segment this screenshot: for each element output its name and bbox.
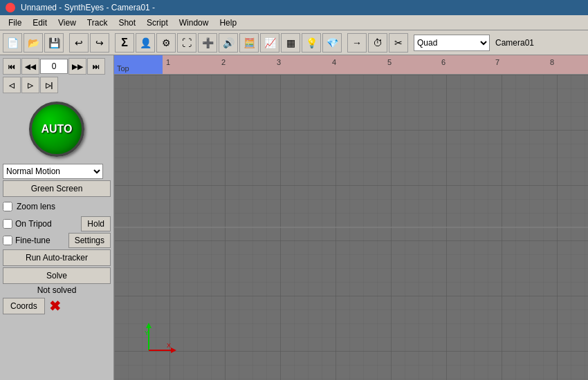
auto-button[interactable]: AUTO xyxy=(29,102,84,157)
settings-button[interactable]: ⚙ xyxy=(156,33,176,53)
content-row: ⏮ ◀◀ ▶▶ ⏭ ◁ ▷ ▷| AUTO Normal Motion Pan/… xyxy=(0,55,588,380)
hold-button[interactable]: Hold xyxy=(81,216,111,231)
speaker-button[interactable]: 🔊 xyxy=(219,33,238,53)
tick-1: 1 xyxy=(166,58,170,66)
camera-label: Camera01 xyxy=(491,38,538,48)
play-button[interactable]: ▷ xyxy=(21,77,39,93)
tick-3: 3 xyxy=(277,58,281,66)
auto-section: AUTO xyxy=(3,99,111,160)
menu-help[interactable]: Help xyxy=(214,17,242,29)
title-text: Unnamed - SynthEyes - Camera01 - xyxy=(21,3,155,12)
menu-script[interactable]: Script xyxy=(141,17,174,29)
solve-button[interactable]: Solve xyxy=(3,267,111,284)
zoom-lens-label: Zoom lens xyxy=(17,202,55,211)
svg-text:Y: Y xyxy=(145,330,149,336)
grid-area[interactable]: Y X xyxy=(114,75,588,380)
delete-icon[interactable]: ✖ xyxy=(49,298,61,314)
menu-file[interactable]: File xyxy=(3,17,27,29)
coords-button[interactable]: Coords xyxy=(3,298,45,314)
new-button[interactable]: 📄 xyxy=(3,33,22,53)
skip-end-button[interactable]: ⏭ xyxy=(87,58,105,75)
timeline-header: Top 1 2 3 4 5 6 7 8 xyxy=(114,55,588,75)
fine-tune-row: Fine-tune Settings xyxy=(3,233,111,248)
axis-svg: Y X xyxy=(135,323,176,364)
prev-key-button[interactable]: ◀◀ xyxy=(21,58,39,75)
menu-bar: File Edit View Track Shot Script Window … xyxy=(0,15,588,30)
right-panel: Top 1 2 3 4 5 6 7 8 xyxy=(114,55,588,380)
step-forward-button[interactable]: ▷| xyxy=(40,77,58,93)
plusbox-button[interactable]: ➕ xyxy=(198,33,217,53)
step-back-button[interactable]: ◁ xyxy=(3,77,21,93)
axis-indicator: Y X xyxy=(135,323,176,366)
layers-button[interactable]: ▦ xyxy=(281,33,300,53)
tick-2: 2 xyxy=(221,58,226,66)
fine-tune-label: Fine-tune xyxy=(15,236,66,245)
sum-button[interactable]: Σ xyxy=(115,33,134,53)
on-tripod-label: On Tripod xyxy=(15,219,78,229)
crop-button[interactable]: ✂ xyxy=(389,33,408,53)
tick-6: 6 xyxy=(441,58,445,66)
fine-tune-checkbox[interactable] xyxy=(3,236,12,245)
grid-svg xyxy=(114,75,588,380)
undo-button[interactable]: ↩ xyxy=(69,33,89,53)
settings-panel-button[interactable]: Settings xyxy=(68,233,111,248)
app: Unnamed - SynthEyes - Camera01 - File Ed… xyxy=(0,0,588,380)
nav-bar: ⏮ ◀◀ ▶▶ ⏭ ◁ ▷ ▷| xyxy=(3,58,111,93)
motion-select[interactable]: Normal Motion Pan/Tilt Zoom only Static xyxy=(3,164,103,179)
svg-marker-5 xyxy=(146,323,151,328)
toolbar: 📄 📂 💾 ↩ ↪ Σ 👤 ⚙ ⛶ ➕ 🔊 🧮 📈 ▦ 💡 💎 → ⏱ ✂ Qu… xyxy=(0,30,588,55)
tick-7: 7 xyxy=(495,58,499,66)
menu-track[interactable]: Track xyxy=(82,17,113,29)
skip-start-button[interactable]: ⏮ xyxy=(3,58,21,75)
zoom-lens-checkbox[interactable] xyxy=(3,202,12,211)
auto-label: AUTO xyxy=(41,123,72,135)
calc-button[interactable]: 🧮 xyxy=(239,33,259,53)
app-icon xyxy=(6,3,15,12)
menu-window[interactable]: Window xyxy=(174,17,214,29)
mesh-button[interactable]: ⛶ xyxy=(177,33,196,53)
redo-button[interactable]: ↪ xyxy=(90,33,109,53)
graph-button[interactable]: 📈 xyxy=(260,33,279,53)
viewport-label: Top xyxy=(117,64,129,73)
tick-8: 8 xyxy=(550,58,554,66)
open-button[interactable]: 📂 xyxy=(24,33,43,53)
person-button[interactable]: 👤 xyxy=(136,33,155,53)
arrow-right-button[interactable]: → xyxy=(347,33,367,53)
svg-marker-7 xyxy=(171,348,176,353)
frame-input[interactable] xyxy=(40,59,68,74)
menu-shot[interactable]: Shot xyxy=(113,17,141,29)
run-auto-tracker-button[interactable]: Run Auto-tracker xyxy=(3,249,111,266)
gem-button[interactable]: 💎 xyxy=(322,33,342,53)
svg-text:X: X xyxy=(167,342,171,349)
save-button[interactable]: 💾 xyxy=(44,33,64,53)
zoom-lens-row: Zoom lens xyxy=(3,198,111,215)
status-text: Not solved xyxy=(3,285,111,295)
tick-5: 5 xyxy=(387,58,392,66)
left-panel: ⏮ ◀◀ ▶▶ ⏭ ◁ ▷ ▷| AUTO Normal Motion Pan/… xyxy=(0,55,114,380)
coords-row: Coords ✖ xyxy=(3,298,111,314)
next-key-button[interactable]: ▶▶ xyxy=(68,58,86,75)
on-tripod-checkbox[interactable] xyxy=(3,219,12,229)
bulb-button[interactable]: 💡 xyxy=(302,33,321,53)
menu-edit[interactable]: Edit xyxy=(27,17,53,29)
green-screen-button[interactable]: Green Screen xyxy=(3,180,111,197)
title-bar: Unnamed - SynthEyes - Camera01 - xyxy=(0,0,588,15)
menu-view[interactable]: View xyxy=(53,17,82,29)
view-mode-select[interactable]: Quad Single Dual xyxy=(414,35,490,51)
tick-4: 4 xyxy=(332,58,336,66)
on-tripod-row: On Tripod Hold xyxy=(3,216,111,231)
clock-button[interactable]: ⏱ xyxy=(368,33,387,53)
